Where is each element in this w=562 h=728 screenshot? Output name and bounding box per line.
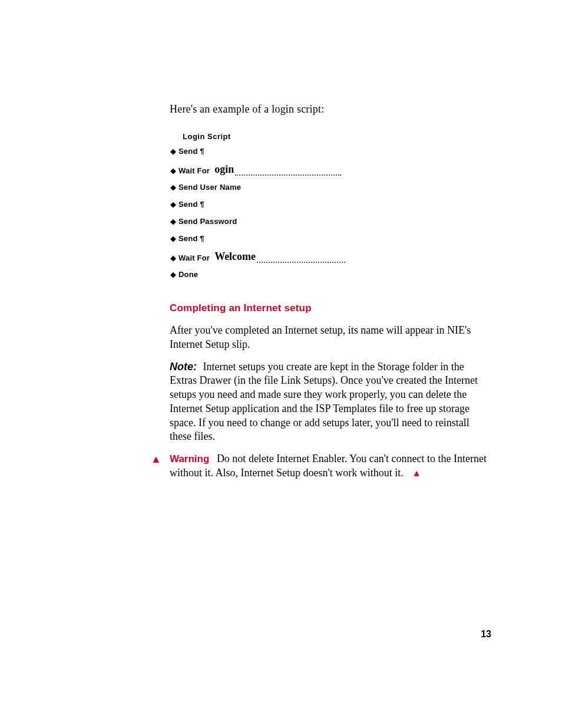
- page: Here's an example of a login script: Log…: [0, 0, 562, 728]
- script-command: Send Password: [178, 217, 237, 226]
- script-row: ◆ Send ¶: [170, 147, 491, 156]
- body-paragraph: After you've completed an Internet setup…: [170, 324, 491, 352]
- warning-triangle-icon: ▲: [412, 468, 421, 478]
- diamond-icon: ◆: [170, 218, 177, 225]
- script-command: Send ¶: [178, 147, 204, 156]
- warning-paragraph: Warning Do not delete Internet Enabler. …: [170, 452, 491, 480]
- diamond-icon: ◆: [170, 235, 177, 242]
- script-row: ◆ Send Password: [170, 217, 491, 226]
- script-row: ◆ Wait For Welcome: [170, 251, 491, 262]
- script-command: Wait For: [178, 167, 210, 174]
- section-heading: Completing an Internet setup: [170, 302, 491, 314]
- diamond-icon: ◆: [170, 167, 177, 174]
- script-command: Done: [178, 270, 198, 279]
- script-command: Wait For: [178, 254, 210, 262]
- script-command: Send ¶: [178, 200, 204, 209]
- diamond-icon: ◆: [170, 183, 177, 191]
- dotted-underline: [257, 261, 345, 263]
- script-input-value: ogin: [212, 164, 236, 174]
- diamond-icon: ◆: [170, 147, 177, 155]
- script-row: ◆ Send User Name: [170, 183, 491, 192]
- diamond-icon: ◆: [170, 271, 177, 278]
- warning-label: Warning: [170, 453, 209, 465]
- dotted-underline: [235, 174, 341, 176]
- login-script-panel: Login Script ◆ Send ¶ ◆ Wait For ogin ◆ …: [170, 132, 491, 279]
- page-number: 13: [481, 629, 491, 640]
- note-text: Internet setups you create are kept in t…: [170, 361, 478, 443]
- script-row: ◆ Done: [170, 270, 491, 279]
- login-script-title: Login Script: [183, 132, 491, 141]
- note-paragraph: Note: Internet setups you create are kep…: [170, 360, 491, 444]
- intro-text: Here's an example of a login script:: [170, 103, 491, 116]
- script-row: ◆ Wait For ogin: [170, 164, 491, 174]
- diamond-icon: ◆: [170, 200, 177, 208]
- script-command: Send ¶: [178, 234, 204, 243]
- diamond-icon: ◆: [170, 254, 177, 262]
- script-row: ◆ Send ¶: [170, 234, 491, 243]
- warning-text: Do not delete Internet Enabler. You can'…: [170, 453, 487, 479]
- warning-triangle-icon: ▲: [151, 453, 161, 466]
- note-label: Note:: [170, 361, 197, 373]
- script-input-value: Welcome: [212, 251, 258, 262]
- script-command: Send User Name: [178, 183, 241, 192]
- warning-block: ▲ Warning Do not delete Internet Enabler…: [170, 452, 491, 480]
- script-row: ◆ Send ¶: [170, 200, 491, 209]
